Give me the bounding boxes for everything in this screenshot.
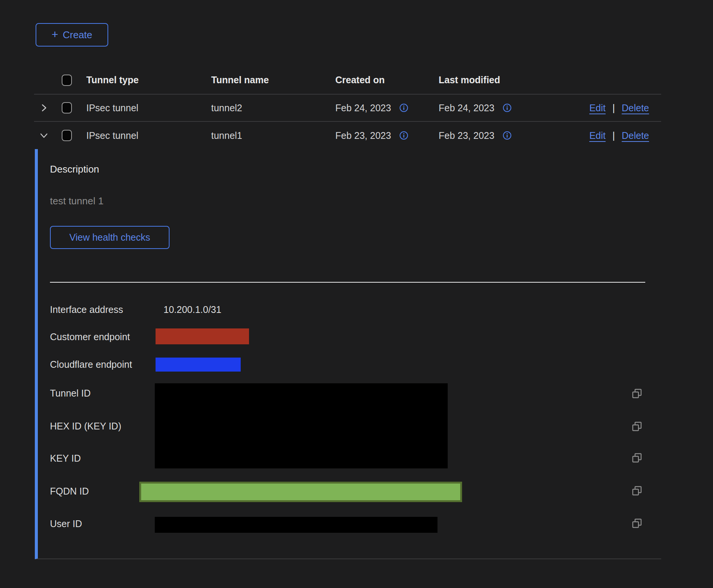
last-modified-date: Feb 23, 2023 <box>439 130 494 141</box>
copy-key-id-button[interactable] <box>631 453 643 464</box>
interface-address-label: Interface address <box>50 304 123 315</box>
copy-icon <box>631 453 643 464</box>
user-id-redacted-value <box>155 517 437 533</box>
info-icon[interactable] <box>503 103 512 112</box>
description-value: test tunnel 1 <box>50 195 104 207</box>
copy-icon <box>631 485 643 497</box>
table-header-row: Tunnel type Tunnel name Created on Last … <box>34 66 661 95</box>
create-button[interactable]: + Create <box>36 23 108 47</box>
expand-row-button[interactable] <box>34 103 62 112</box>
interface-address-value: 10.200.1.0/31 <box>163 304 221 315</box>
copy-icon <box>631 421 643 432</box>
copy-tunnel-id-button[interactable] <box>631 388 643 400</box>
copy-hex-id-button[interactable] <box>631 421 643 432</box>
customer-endpoint-label: Customer endpoint <box>50 331 130 342</box>
delete-link[interactable]: Delete <box>622 103 649 114</box>
action-separator: | <box>612 130 615 141</box>
copy-icon <box>631 388 643 400</box>
fqdn-id-redacted-value <box>139 482 462 502</box>
last-modified-cell: Feb 24, 2023 <box>439 103 553 114</box>
copy-fqdn-id-button[interactable] <box>631 485 643 497</box>
action-separator: | <box>612 103 615 114</box>
hex-id-label: HEX ID (KEY ID) <box>50 420 121 432</box>
view-health-checks-button[interactable]: View health checks <box>50 226 170 249</box>
tunnel-type-cell: IPsec tunnel <box>86 103 211 114</box>
cloudflare-endpoint-label: Cloudflare endpoint <box>50 359 132 370</box>
info-icon[interactable] <box>399 103 408 112</box>
description-label: Description <box>50 163 99 175</box>
header-last-modified: Last modified <box>439 75 553 86</box>
chevron-right-icon <box>39 103 48 112</box>
tunnel-id-label: Tunnel ID <box>50 387 90 399</box>
row-actions: Edit | Delete <box>553 130 661 141</box>
copy-icon <box>631 518 643 529</box>
delete-link[interactable]: Delete <box>622 130 649 141</box>
row-checkbox[interactable] <box>62 102 72 114</box>
row-actions: Edit | Delete <box>553 103 661 114</box>
table-row: IPsec tunnel tunnel2 Feb 24, 2023 Feb 24… <box>34 95 661 122</box>
tunnels-table: Tunnel type Tunnel name Created on Last … <box>34 66 661 559</box>
tunnel-name-cell: tunnel2 <box>211 103 335 114</box>
collapse-row-button[interactable] <box>34 131 62 140</box>
chevron-down-icon <box>39 131 48 140</box>
cloudflare-endpoint-redacted-value <box>156 358 241 372</box>
header-created-on: Created on <box>335 75 439 86</box>
row-checkbox[interactable] <box>62 130 72 141</box>
info-icon[interactable] <box>503 131 512 140</box>
info-icon[interactable] <box>399 131 408 140</box>
key-id-label: KEY ID <box>50 453 81 464</box>
fqdn-id-label: FQDN ID <box>50 485 89 497</box>
copy-user-id-button[interactable] <box>631 518 643 529</box>
tunnel-type-cell: IPsec tunnel <box>86 130 211 141</box>
expanded-tunnel-details: Description test tunnel 1 View health ch… <box>35 149 661 559</box>
plus-icon: + <box>51 29 58 40</box>
created-on-date: Feb 23, 2023 <box>335 130 391 141</box>
tunnels-page: { "colors": { "background": "#1d1d1e", "… <box>0 0 713 588</box>
created-on-date: Feb 24, 2023 <box>335 103 391 114</box>
select-all-checkbox[interactable] <box>62 75 72 86</box>
last-modified-date: Feb 24, 2023 <box>439 103 494 114</box>
table-row: IPsec tunnel tunnel1 Feb 23, 2023 Feb 23… <box>34 122 661 149</box>
user-id-label: User ID <box>50 518 82 529</box>
created-on-cell: Feb 23, 2023 <box>335 130 439 141</box>
header-tunnel-type: Tunnel type <box>86 75 211 86</box>
ids-redacted-values <box>155 383 448 468</box>
edit-link[interactable]: Edit <box>589 103 606 114</box>
customer-endpoint-redacted-value <box>156 328 249 344</box>
tunnel-name-cell: tunnel1 <box>211 130 335 141</box>
edit-link[interactable]: Edit <box>589 130 606 141</box>
section-divider <box>50 282 645 283</box>
created-on-cell: Feb 24, 2023 <box>335 103 439 114</box>
create-button-label: Create <box>63 29 92 41</box>
last-modified-cell: Feb 23, 2023 <box>439 130 553 141</box>
header-tunnel-name: Tunnel name <box>211 75 335 86</box>
